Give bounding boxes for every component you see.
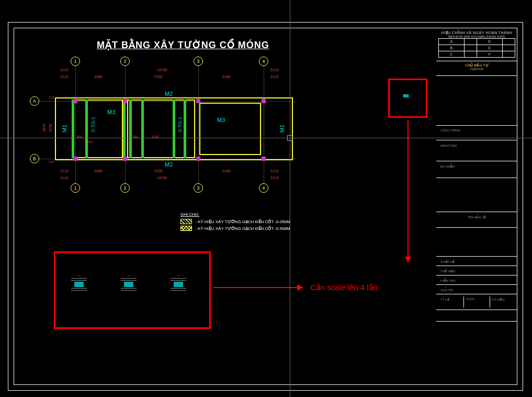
dim-top-out-1: 2110: [60, 68, 69, 72]
column-1B: [73, 157, 77, 161]
dim-bot-in-4: 5180: [222, 169, 231, 173]
dim-top-in-1: 2110: [60, 75, 69, 79]
grid-bubble-4-top: 4: [259, 57, 268, 66]
dim-bot-in-1: 2110: [60, 169, 69, 173]
annotation-text: Cần scale lên 4 lần: [310, 283, 378, 292]
column-2B: [123, 157, 127, 161]
cursor-pickbox: [287, 135, 293, 141]
drawing-name-label: TÊN BẢN VẼ: [438, 214, 515, 220]
label-M1-right: M1: [279, 125, 285, 133]
grid-bubble-3-bot: 3: [194, 183, 203, 193]
green-wall-7: [184, 100, 186, 158]
dim-left-bot: 110: [49, 160, 54, 163]
label-M2-top: M2: [165, 91, 173, 97]
arrow-horizontal: [213, 287, 297, 288]
green-wall-4: [129, 100, 132, 158]
green-wall-1: [72, 100, 74, 158]
designer-label: THIẾT KẾ: [438, 259, 515, 264]
grid-bubble-1-bot: 1: [71, 183, 80, 193]
legend-swatch-1: [180, 219, 192, 224]
column-3A: [196, 99, 200, 103]
label-DTG1-b: D TG-1: [177, 117, 183, 132]
dim-top-in-2: 3900: [94, 75, 103, 79]
detail-mini-3: —: [171, 274, 186, 291]
dim-top-in-4: 5180: [222, 75, 231, 79]
legend-text-1: - KÝ HIỆU XÂY TƯỜNG GẠCH ĐẾN CỐT -0.050M: [195, 219, 290, 224]
dim-bot-in-5: 3110: [270, 169, 279, 173]
dim-left-mid: 4750: [49, 124, 52, 132]
grid-bubble-2-bot: 2: [120, 183, 130, 193]
dim-left-top: 110: [49, 96, 54, 99]
detail-mini-2: —: [121, 274, 137, 291]
column-3B: [196, 157, 200, 161]
green-wall-5: [141, 100, 144, 158]
legend-title: GHI CHÚ:: [180, 212, 290, 217]
green-wall-6: [173, 100, 175, 158]
arrow-horizontal-head: [297, 284, 303, 291]
revision-header-en: REVISION AND ACCOMPLISHING DATE: [438, 35, 515, 38]
crosshair-vertical: [290, 0, 290, 397]
sheet-label: KÝ HIỆU: [490, 296, 515, 307]
grid-bubble-A: A: [30, 96, 39, 106]
legend: GHI CHÚ: - KÝ HIỆU XÂY TƯỜNG GẠCH ĐẾN CỐ…: [180, 212, 290, 233]
dim-top-out-2: 14780: [157, 68, 167, 72]
dim-bot-out-2: 14780: [157, 176, 167, 180]
annotation-box-top[interactable]: [388, 79, 427, 118]
checked-label: KIỂM TRA: [438, 278, 515, 283]
label-DTG1-a: D TG-1: [90, 117, 96, 132]
dim-bot-in-3: 5700: [154, 169, 163, 173]
label-M2-bottom: M2: [165, 161, 173, 168]
green-wall-3: [123, 100, 126, 158]
column-4B: [262, 157, 266, 161]
grid-bubble-3-top: 3: [194, 57, 203, 66]
wall-room-3: [199, 103, 261, 155]
grid-bubble-1-top: 1: [71, 57, 80, 66]
address-label: ĐỊA ĐIỂM: [438, 163, 515, 169]
dim-left-total: 4970: [42, 124, 46, 132]
approved-label: CHỦ TRÌ: [438, 287, 515, 293]
label-M1-left: M1: [61, 125, 67, 133]
project-label: CÔNG TRÌNH: [438, 128, 515, 133]
plan-title: MẶT BẰNG XÂY TƯỜNG CỔ MÓNG: [97, 39, 269, 51]
date-label: NGÀY: [464, 296, 490, 307]
dim-top-in-3: 5700: [154, 75, 163, 79]
grid-bubble-4-bot: 4: [259, 183, 268, 193]
annotation-box-bottom[interactable]: — — —: [54, 251, 211, 329]
floor-plan[interactable]: 1 2 3 4 1 2 3 4 A B 2110 14780 3110 2110…: [39, 57, 296, 193]
arrow-vertical: [408, 120, 409, 257]
investor-label-en: INVESTOR: [438, 68, 515, 71]
label-M3-2: M3: [217, 117, 225, 123]
dim-top-in-5: 3110: [270, 75, 279, 79]
detail-mini-small: [403, 94, 409, 97]
legend-text-2: - KÝ HIỆU XÂY TƯỜNG GẠCH ĐẾN CỐT -0.500M: [195, 226, 290, 231]
scale-label: TỶ LỆ: [438, 296, 464, 307]
investor-label: CHỦ ĐẦU TƯ: [438, 63, 515, 68]
item-label: HẠNG MỤC: [438, 142, 515, 148]
legend-swatch-2: [180, 226, 192, 231]
column-1A: [73, 99, 77, 103]
drawn-label: THỂ HIỆN: [438, 268, 515, 274]
grid-bubble-2-top: 2: [120, 57, 130, 66]
revision-header: HIỆU CHỈNH VÀ NGÀY HOÀN THÀNH: [438, 31, 515, 35]
dim-top-out-3: 3110: [270, 68, 279, 72]
revision-table: AD BE CF: [438, 38, 515, 58]
titleblock: HIỆU CHỈNH VÀ NGÀY HOÀN THÀNH REVISION A…: [436, 29, 517, 384]
crosshair-horizontal: [0, 138, 532, 138]
column-4A: [262, 99, 266, 103]
green-wall-2: [85, 100, 88, 158]
label-M3-1: M3: [107, 109, 115, 115]
arrow-vertical-head: [405, 257, 411, 263]
grid-bubble-B: B: [30, 154, 39, 163]
column-2A: [123, 99, 127, 103]
detail-mini-1: —: [71, 274, 87, 291]
wall-room-1: [73, 100, 123, 158]
dim-bot-out-3: 3110: [270, 176, 279, 180]
dim-bot-out-1: 2110: [60, 176, 69, 180]
dim-inner-220: 220: [87, 140, 93, 144]
dim-bot-in-2: 3900: [94, 169, 103, 173]
